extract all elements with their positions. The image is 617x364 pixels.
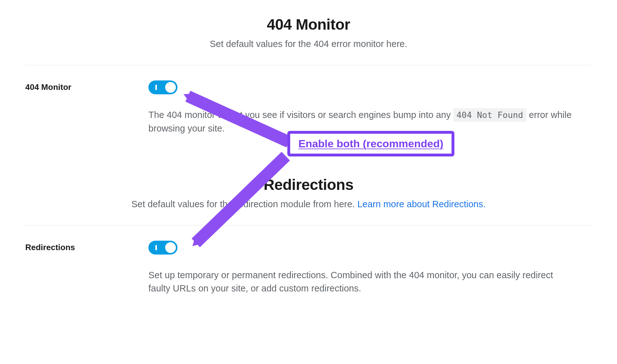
- annotation-callout: Enable both (recommended): [287, 131, 454, 156]
- section-subtitle-404-monitor: Set default values for the 404 error mon…: [25, 39, 592, 49]
- section-title-404-monitor: 404 Monitor: [25, 16, 592, 33]
- toggle-404-monitor[interactable]: [148, 80, 177, 94]
- toggle-knob-icon: [165, 82, 176, 93]
- row-label-redirections: Redirections: [25, 241, 148, 252]
- desc-redirections: Set up temporary or permanent redirectio…: [148, 268, 575, 295]
- row-404-monitor: 404 Monitor The 404 monitor will let you…: [25, 65, 592, 135]
- toggle-on-indicator-icon: [155, 85, 157, 90]
- toggle-redirections[interactable]: [148, 241, 177, 255]
- section-header-redirections: Redirections Set default values for the …: [25, 176, 592, 209]
- section-header-404-monitor: 404 Monitor Set default values for the 4…: [25, 16, 592, 49]
- toggle-on-indicator-icon: [155, 245, 157, 250]
- link-learn-more-redirections[interactable]: Learn more about Redirections.: [357, 199, 486, 209]
- toggle-knob-icon: [165, 242, 176, 253]
- row-label-404-monitor: 404 Monitor: [25, 80, 148, 92]
- section-subtitle-redirections: Set default values for the redirection m…: [25, 199, 592, 209]
- desc-404-pre: The 404 monitor will let you see if visi…: [148, 110, 453, 120]
- row-redirections: Redirections Set up temporary or permane…: [25, 226, 592, 295]
- section-title-redirections: Redirections: [25, 176, 592, 193]
- subtitle-redir-pre: Set default values for the redirection m…: [131, 199, 357, 209]
- annotation-text: Enable both (recommended): [298, 138, 443, 150]
- code-chip-404: 404 Not Found: [453, 108, 526, 122]
